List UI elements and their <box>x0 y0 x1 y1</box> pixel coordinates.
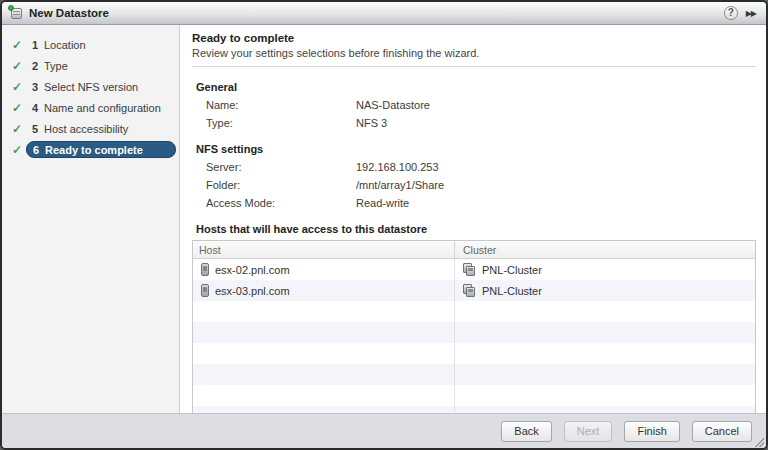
step-label: Select NFS version <box>44 81 138 93</box>
summary-label: Name: <box>206 99 356 111</box>
section-heading: General <box>196 81 756 93</box>
page-subtitle: Review your settings selections before f… <box>192 47 756 67</box>
next-button: Next <box>564 421 613 442</box>
empty-row <box>193 385 755 406</box>
sidebar-item-host-accessibility[interactable]: ✓ 5Host accessibility <box>2 118 179 139</box>
sidebar-item-name-and-configuration[interactable]: ✓ 4Name and configuration <box>2 97 179 118</box>
finish-button[interactable]: Finish <box>624 421 679 442</box>
column-header-cluster[interactable]: Cluster <box>455 241 755 258</box>
sidebar-item-location[interactable]: ✓ 1Location <box>2 34 179 55</box>
new-datastore-dialog: New Datastore ? ▶▶ ✓ 1Location ✓ 2Type ✓… <box>0 0 768 450</box>
datastore-add-icon <box>10 7 23 20</box>
summary-value: 192.168.100.253 <box>356 161 756 173</box>
summary-value: NFS 3 <box>356 117 756 129</box>
collapse-steps-icon[interactable]: ▶▶ <box>744 7 758 20</box>
dialog-footer: Back Next Finish Cancel <box>2 413 766 448</box>
host-icon <box>201 263 209 276</box>
summary-label: Type: <box>206 117 356 129</box>
empty-row <box>193 343 755 364</box>
section-heading: NFS settings <box>196 143 756 155</box>
summary-row-name: Name: NAS-Datastore <box>192 99 756 111</box>
window-title: New Datastore <box>29 7 109 19</box>
step-label: Host accessibility <box>44 123 128 135</box>
summary-value: Read-write <box>356 197 756 209</box>
sidebar-item-type[interactable]: ✓ 2Type <box>2 55 179 76</box>
title-bar: New Datastore ? ▶▶ <box>2 2 766 25</box>
summary-value: /mnt/array1/Share <box>356 179 756 191</box>
step-number: 4 <box>28 102 42 114</box>
host-name: esx-02.pnl.com <box>215 264 290 276</box>
step-number: 3 <box>28 81 42 93</box>
help-icon[interactable]: ? <box>724 6 738 20</box>
check-icon: ✓ <box>8 80 26 94</box>
hosts-table-header: Host Cluster <box>193 241 755 259</box>
step-number: 1 <box>28 39 42 51</box>
empty-row <box>193 406 755 413</box>
host-name: esx-03.pnl.com <box>215 285 290 297</box>
page-title: Ready to complete <box>192 32 756 44</box>
sidebar-item-ready-to-complete[interactable]: ✓ 6Ready to complete <box>2 139 179 160</box>
cluster-icon <box>463 284 476 297</box>
hosts-table-heading: Hosts that will have access to this data… <box>196 223 756 235</box>
hosts-table: Host Cluster esx-02.pnl.com PNL-Cluster <box>192 240 756 413</box>
resize-grip[interactable] <box>755 438 764 447</box>
check-icon: ✓ <box>8 59 26 73</box>
check-icon: ✓ <box>8 38 26 52</box>
summary-label: Access Mode: <box>206 197 356 209</box>
host-icon <box>201 284 209 297</box>
summary-row-access-mode: Access Mode: Read-write <box>192 197 756 209</box>
back-button[interactable]: Back <box>501 421 551 442</box>
check-icon: ✓ <box>8 122 26 136</box>
cancel-button[interactable]: Cancel <box>692 421 752 442</box>
cluster-name: PNL-Cluster <box>482 285 542 297</box>
summary-label: Folder: <box>206 179 356 191</box>
step-number: 6 <box>29 144 43 156</box>
empty-row <box>193 322 755 343</box>
step-label: Type <box>44 60 68 72</box>
step-label: Name and configuration <box>44 102 161 114</box>
summary-value: NAS-Datastore <box>356 99 756 111</box>
step-number: 2 <box>28 60 42 72</box>
section-nfs-settings: NFS settings Server: 192.168.100.253 Fol… <box>192 143 756 209</box>
table-row[interactable]: esx-02.pnl.com PNL-Cluster <box>193 259 755 280</box>
step-label: Ready to complete <box>45 144 143 156</box>
step-label: Location <box>44 39 86 51</box>
empty-row <box>193 364 755 385</box>
section-general: General Name: NAS-Datastore Type: NFS 3 <box>192 81 756 129</box>
wizard-steps-sidebar: ✓ 1Location ✓ 2Type ✓ 3Select NFS versio… <box>2 25 180 413</box>
summary-row-type: Type: NFS 3 <box>192 117 756 129</box>
sidebar-item-select-nfs-version[interactable]: ✓ 3Select NFS version <box>2 76 179 97</box>
summary-label: Server: <box>206 161 356 173</box>
check-icon: ✓ <box>8 143 26 157</box>
cluster-name: PNL-Cluster <box>482 264 542 276</box>
empty-row <box>193 301 755 322</box>
table-row[interactable]: esx-03.pnl.com PNL-Cluster <box>193 280 755 301</box>
summary-row-folder: Folder: /mnt/array1/Share <box>192 179 756 191</box>
cluster-icon <box>463 263 476 276</box>
step-number: 5 <box>28 123 42 135</box>
check-icon: ✓ <box>8 101 26 115</box>
column-header-host[interactable]: Host <box>193 241 455 258</box>
main-panel: Ready to complete Review your settings s… <box>180 25 766 413</box>
summary-row-server: Server: 192.168.100.253 <box>192 161 756 173</box>
